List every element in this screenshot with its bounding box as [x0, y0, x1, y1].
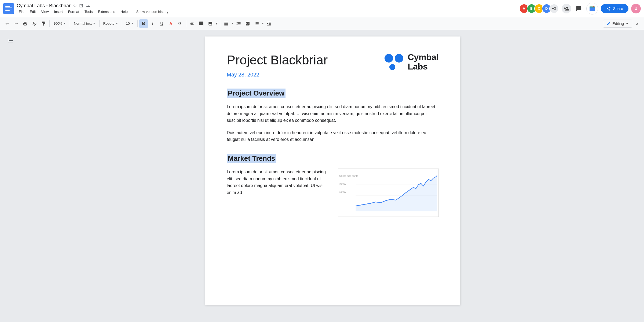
chat-icon[interactable]	[574, 4, 584, 13]
redo-button[interactable]: ↪	[12, 19, 20, 28]
cymbal-logo: CymbalLabs	[385, 53, 439, 71]
svg-rect-0	[3, 3, 14, 14]
menu-help[interactable]: Help	[118, 9, 130, 14]
svg-rect-6	[590, 6, 595, 7]
checklist-button[interactable]	[243, 19, 252, 28]
svg-rect-2	[5, 8, 12, 8]
italic-button[interactable]: I	[148, 19, 157, 28]
highlight-button[interactable]	[176, 19, 184, 28]
top-bar: Cymbal Labs - Blackbriar ☆ ⊡ ☁ File Edit…	[0, 0, 644, 17]
svg-rect-1	[5, 6, 10, 7]
collaborator-avatars: A B C D +3	[519, 4, 559, 13]
chart-svg: 50,000 data points 30,000 10,000	[338, 169, 438, 217]
logo-circle-tl	[385, 54, 393, 63]
zoom-dropdown[interactable]: 100% ▼	[51, 20, 68, 27]
menu-insert[interactable]: Insert	[52, 9, 65, 14]
doc-scroll-area[interactable]: Project Blackbriar May 28, 2022 Cy	[21, 30, 644, 322]
collapse-toolbar-button[interactable]: ∧	[633, 19, 641, 28]
folder-icon[interactable]: ⊡	[79, 3, 83, 9]
doc-header: Project Blackbriar May 28, 2022 Cy	[227, 53, 439, 78]
spell-check-button[interactable]	[30, 19, 39, 28]
divider-1	[49, 20, 50, 27]
svg-marker-16	[356, 175, 437, 211]
bullet-list-button[interactable]	[253, 19, 261, 28]
font-size-dropdown[interactable]: 10 ▼	[124, 20, 136, 27]
editing-mode-label: Editing	[612, 21, 624, 26]
market-trends-section: Market Trends Lorem ipsum dolor sit amet…	[227, 154, 439, 217]
document-area: Project Blackbriar May 28, 2022 Cy	[0, 30, 644, 322]
print-button[interactable]	[21, 19, 30, 28]
formatting-toolbar: ↩ ↪ 100% ▼ Normal text ▼ Roboto ▼ 10 ▼ B…	[0, 17, 644, 30]
indent-decrease-button[interactable]	[265, 19, 273, 28]
menu-extensions[interactable]: Extensions	[96, 9, 117, 14]
docs-logo-icon	[3, 3, 14, 14]
style-dropdown[interactable]: Normal text ▼	[72, 20, 97, 27]
add-people-button[interactable]	[562, 4, 571, 13]
project-overview-section: Project Overview Lorem ipsum dolor sit a…	[227, 89, 439, 143]
avatar-extra-count: +3	[549, 4, 559, 13]
logo-circle-tr	[395, 54, 403, 63]
font-dropdown[interactable]: Roboto ▼	[101, 20, 120, 27]
insert-comment-button[interactable]	[197, 19, 206, 28]
text-color-button[interactable]: A	[167, 19, 175, 28]
project-overview-para-2[interactable]: Duis autem vel eum iriure dolor in hendr…	[227, 129, 439, 143]
svg-text:30,000: 30,000	[339, 182, 346, 185]
divider-2	[70, 20, 70, 27]
user-account-avatar[interactable]: U	[631, 4, 641, 13]
document-title[interactable]: Cymbal Labs - Blackbriar	[17, 3, 71, 9]
menu-file[interactable]: File	[17, 9, 27, 14]
divider-6	[186, 20, 186, 27]
svg-rect-8	[593, 6, 594, 7]
svg-rect-4	[5, 10, 10, 11]
align-button[interactable]	[222, 19, 230, 28]
line-spacing-button[interactable]	[234, 19, 243, 28]
svg-rect-3	[5, 9, 12, 9]
share-button[interactable]: Share	[601, 4, 628, 13]
document-page: Project Blackbriar May 28, 2022 Cy	[205, 36, 460, 305]
divider-3	[99, 20, 100, 27]
align-more-icon[interactable]: ▼	[231, 22, 234, 25]
outline-icon[interactable]	[7, 38, 15, 46]
bold-button[interactable]: B	[139, 19, 148, 28]
market-para-1[interactable]: Lorem ipsum dolor sit amet, consectetuer…	[227, 169, 327, 196]
left-panel	[0, 30, 21, 322]
share-button-label: Share	[613, 6, 623, 11]
menu-edit[interactable]: Edit	[28, 9, 38, 14]
divider-7	[220, 20, 220, 27]
version-history-link[interactable]: Show version history	[136, 10, 169, 14]
meet-icon[interactable]	[586, 3, 598, 14]
logo-circle-bl	[389, 64, 395, 70]
insert-more-icon[interactable]: ▼	[215, 22, 218, 25]
project-overview-para-1[interactable]: Lorem ipsum dolor sit amet, consectetuer…	[227, 103, 439, 124]
logo-circles	[385, 54, 403, 70]
doc-title-section: Project Blackbriar May 28, 2022	[227, 53, 328, 78]
cloud-icon[interactable]: ☁	[85, 3, 90, 9]
bullet-more-icon[interactable]: ▼	[262, 22, 264, 25]
insert-image-button[interactable]	[206, 19, 215, 28]
menu-view[interactable]: View	[39, 9, 51, 14]
star-icon[interactable]: ☆	[73, 3, 77, 9]
svg-rect-7	[591, 6, 591, 7]
menu-tools[interactable]: Tools	[82, 9, 95, 14]
editing-dropdown-arrow[interactable]: ▼	[625, 22, 629, 25]
top-right-controls: A B C D +3 Share U	[519, 3, 641, 14]
editing-mode-button[interactable]: Editing ▼	[603, 20, 632, 28]
project-overview-heading[interactable]: Project Overview	[227, 89, 286, 98]
insert-link-button[interactable]	[188, 19, 196, 28]
divider-5	[137, 20, 138, 27]
market-chart: 50,000 data points 30,000 10,000	[338, 169, 439, 217]
svg-text:50,000 data points: 50,000 data points	[339, 174, 358, 177]
menu-bar: File Edit View Insert Format Tools Exten…	[17, 9, 517, 14]
market-trends-heading[interactable]: Market Trends	[227, 154, 276, 163]
market-content: Lorem ipsum dolor sit amet, consectetuer…	[227, 169, 439, 217]
doc-main-title[interactable]: Project Blackbriar	[227, 53, 328, 67]
underline-button[interactable]: U	[158, 19, 166, 28]
menu-format[interactable]: Format	[66, 9, 81, 14]
doc-date[interactable]: May 28, 2022	[227, 72, 328, 78]
svg-text:10,000: 10,000	[339, 191, 346, 193]
undo-button[interactable]: ↩	[3, 19, 11, 28]
document-title-area: Cymbal Labs - Blackbriar ☆ ⊡ ☁ File Edit…	[17, 3, 517, 14]
logo-text: CymbalLabs	[408, 53, 439, 71]
market-text: Lorem ipsum dolor sit amet, consectetuer…	[227, 169, 327, 201]
paint-format-button[interactable]	[39, 19, 48, 28]
